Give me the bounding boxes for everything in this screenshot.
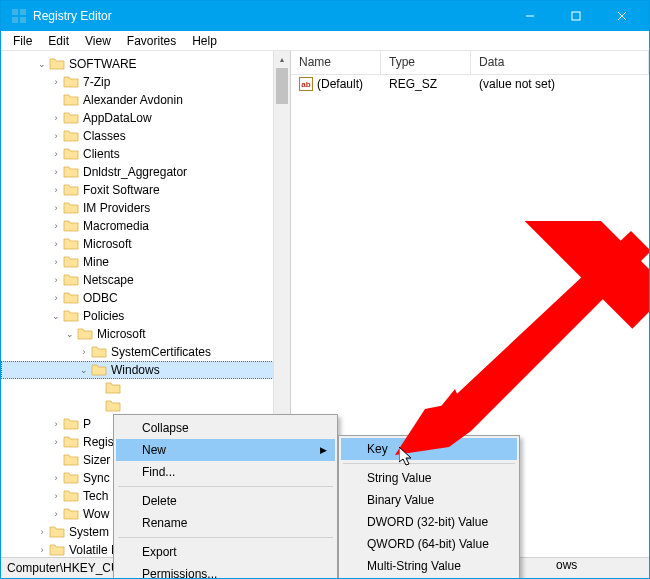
- ctx-find[interactable]: Find...: [116, 461, 335, 483]
- expander-icon[interactable]: ›: [49, 509, 63, 519]
- tree-label: IM Providers: [83, 201, 156, 215]
- titlebar[interactable]: Registry Editor: [1, 1, 649, 31]
- col-name[interactable]: Name: [291, 51, 381, 74]
- scroll-thumb[interactable]: [276, 68, 288, 104]
- tree-label: Classes: [83, 129, 132, 143]
- tree-label: Dnldstr_Aggregator: [83, 165, 193, 179]
- tree-label: Netscape: [83, 273, 140, 287]
- expander-icon[interactable]: ›: [49, 239, 63, 249]
- expander-icon[interactable]: ⌄: [35, 59, 49, 69]
- ctx-delete[interactable]: Delete: [116, 490, 335, 512]
- expander-icon[interactable]: ›: [49, 185, 63, 195]
- expander-icon[interactable]: ⌄: [63, 329, 77, 339]
- ctx-export[interactable]: Export: [116, 541, 335, 563]
- tree-label: Sync: [83, 471, 116, 485]
- expander-icon[interactable]: ›: [49, 203, 63, 213]
- ctx-new[interactable]: New▶: [116, 439, 335, 461]
- tree-item[interactable]: ›Microsoft: [1, 235, 290, 253]
- folder-icon: [63, 129, 79, 143]
- expander-icon[interactable]: ›: [49, 491, 63, 501]
- tree-label: ODBC: [83, 291, 124, 305]
- tree-item[interactable]: ⌄Windows: [1, 361, 290, 379]
- expander-icon[interactable]: ›: [35, 545, 49, 555]
- ctx-collapse[interactable]: Collapse: [116, 417, 335, 439]
- tree-item[interactable]: ›Macromedia: [1, 217, 290, 235]
- tree-label: Tech: [83, 489, 114, 503]
- menu-favorites[interactable]: Favorites: [119, 32, 184, 50]
- tree-label: Microsoft: [83, 237, 138, 251]
- minimize-button[interactable]: [507, 1, 553, 31]
- list-header: Name Type Data: [291, 51, 649, 75]
- tree-item[interactable]: ›Netscape: [1, 271, 290, 289]
- ctx-sep: [118, 486, 333, 487]
- ctx-permissions[interactable]: Permissions...: [116, 563, 335, 579]
- expander-icon[interactable]: ›: [49, 437, 63, 447]
- tree-label: AppDataLow: [83, 111, 158, 125]
- tree-item[interactable]: ⌄Microsoft: [1, 325, 290, 343]
- svg-rect-1: [20, 9, 26, 15]
- scroll-up-icon[interactable]: ▴: [274, 51, 290, 68]
- menu-file[interactable]: File: [5, 32, 40, 50]
- folder-icon: [63, 111, 79, 125]
- expander-icon[interactable]: ›: [49, 167, 63, 177]
- tree-item[interactable]: ›SystemCertificates: [1, 343, 290, 361]
- expander-icon[interactable]: ›: [49, 293, 63, 303]
- folder-icon: [63, 453, 79, 467]
- ctx-new-dword[interactable]: DWORD (32-bit) Value: [341, 511, 517, 533]
- expander-icon[interactable]: ›: [49, 113, 63, 123]
- expander-icon[interactable]: ›: [77, 347, 91, 357]
- expander-icon[interactable]: ›: [49, 473, 63, 483]
- menu-edit[interactable]: Edit: [40, 32, 77, 50]
- expander-icon[interactable]: ›: [49, 221, 63, 231]
- tree-item[interactable]: ›IM Providers: [1, 199, 290, 217]
- folder-icon: [63, 165, 79, 179]
- tree-item[interactable]: [1, 397, 290, 415]
- folder-icon: [63, 507, 79, 521]
- expander-icon[interactable]: ›: [49, 257, 63, 267]
- tree-item[interactable]: ⌄Policies: [1, 307, 290, 325]
- tree-item[interactable]: ›Foxit Software: [1, 181, 290, 199]
- tree-item[interactable]: ›ODBC: [1, 289, 290, 307]
- list-row[interactable]: ab (Default) REG_SZ (value not set): [291, 75, 649, 93]
- ctx-new-qword[interactable]: QWORD (64-bit) Value: [341, 533, 517, 555]
- col-data[interactable]: Data: [471, 51, 649, 74]
- menu-help[interactable]: Help: [184, 32, 225, 50]
- expander-icon[interactable]: ›: [49, 419, 63, 429]
- menu-view[interactable]: View: [77, 32, 119, 50]
- folder-icon: [49, 57, 65, 71]
- expander-icon[interactable]: ›: [49, 275, 63, 285]
- app-icon: [11, 8, 27, 24]
- ctx-new-string[interactable]: String Value: [341, 467, 517, 489]
- expander-icon[interactable]: ›: [35, 527, 49, 537]
- tree-label: Wow: [83, 507, 115, 521]
- expander-icon[interactable]: ›: [49, 77, 63, 87]
- maximize-button[interactable]: [553, 1, 599, 31]
- folder-icon: [77, 327, 93, 341]
- expander-icon[interactable]: ⌄: [49, 311, 63, 321]
- tree-item[interactable]: [1, 379, 290, 397]
- close-button[interactable]: [599, 1, 645, 31]
- tree-item[interactable]: Alexander Avdonin: [1, 91, 290, 109]
- expander-icon[interactable]: ⌄: [77, 365, 91, 375]
- folder-icon: [49, 525, 65, 539]
- folder-icon: [105, 381, 121, 395]
- col-type[interactable]: Type: [381, 51, 471, 74]
- ctx-new-binary[interactable]: Binary Value: [341, 489, 517, 511]
- string-value-icon: ab: [299, 77, 313, 91]
- expander-icon[interactable]: ›: [49, 131, 63, 141]
- ctx-new-key[interactable]: Key: [341, 438, 517, 460]
- tree-item[interactable]: ›7-Zip: [1, 73, 290, 91]
- tree-label: System: [69, 525, 115, 539]
- tree-root[interactable]: ⌄SOFTWARE: [1, 55, 290, 73]
- expander-icon[interactable]: ›: [49, 149, 63, 159]
- tree-item[interactable]: ›Mine: [1, 253, 290, 271]
- value-type: REG_SZ: [381, 77, 471, 91]
- folder-icon: [63, 147, 79, 161]
- ctx-rename[interactable]: Rename: [116, 512, 335, 534]
- tree-item[interactable]: ›Dnldstr_Aggregator: [1, 163, 290, 181]
- svg-rect-5: [572, 12, 580, 20]
- tree-item[interactable]: ›Classes: [1, 127, 290, 145]
- tree-item[interactable]: ›Clients: [1, 145, 290, 163]
- tree-item[interactable]: ›AppDataLow: [1, 109, 290, 127]
- ctx-new-multistring[interactable]: Multi-String Value: [341, 555, 517, 577]
